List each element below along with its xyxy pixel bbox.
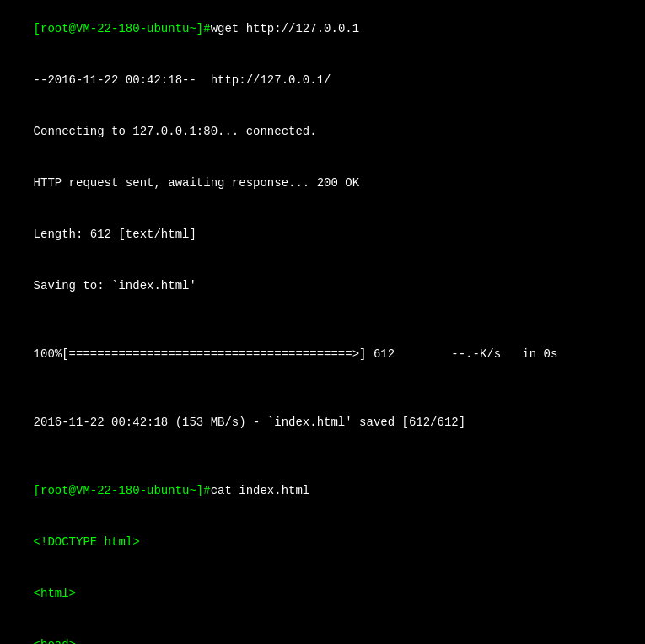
cmd2-text: cat index.html — [211, 484, 310, 497]
line-5: Length: 612 [text/html] — [5, 209, 640, 260]
html-line-doctype: <!DOCTYPE html> — [5, 517, 640, 568]
line-2: --2016-11-22 00:42:18-- http://127.0.0.1… — [5, 55, 640, 106]
blank-2 — [5, 380, 640, 397]
html-line-head: <head> — [5, 620, 640, 644]
blank-1 — [5, 311, 640, 328]
saved-line: 2016-11-22 00:42:18 (153 MB/s) - `index.… — [5, 397, 640, 448]
cmd-text: wget http://127.0.0.1 — [211, 22, 359, 35]
prompt2-text: [root@VM-22-180-ubuntu~]# — [34, 484, 211, 497]
line-3: Connecting to 127.0.0.1:80... connected. — [5, 106, 640, 158]
prompt-text: [root@VM-22-180-ubuntu~]# — [34, 22, 211, 35]
line-4: HTTP request sent, awaiting response... … — [5, 158, 640, 209]
prompt-2: [root@VM-22-180-ubuntu~]#cat index.html — [5, 465, 640, 517]
progress-line: 100%[===================================… — [5, 329, 640, 380]
line-6: Saving to: `index.html' — [5, 260, 640, 311]
line-1: [root@VM-22-180-ubuntu~]#wget http://127… — [5, 3, 640, 55]
terminal: [root@VM-22-180-ubuntu~]#wget http://127… — [5, 3, 640, 644]
html-line-html: <html> — [5, 568, 640, 620]
blank-3 — [5, 448, 640, 465]
